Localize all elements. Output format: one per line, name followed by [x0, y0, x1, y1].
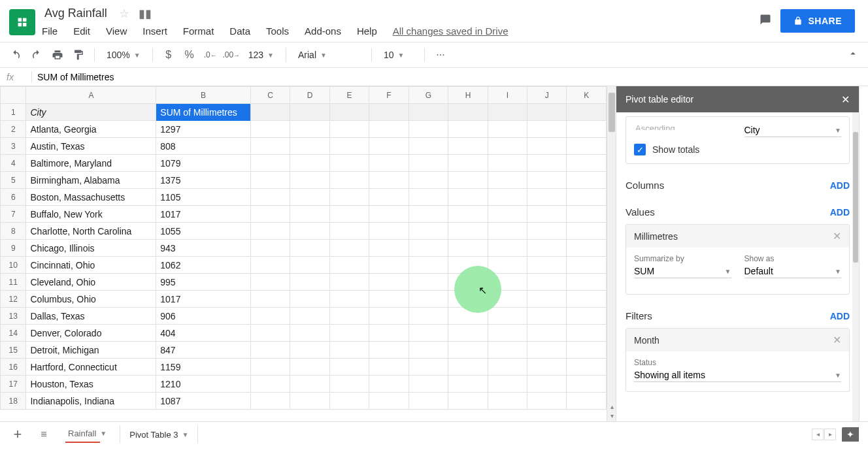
- cell[interactable]: [448, 274, 488, 291]
- scroll-down-icon[interactable]: ▾: [607, 412, 616, 421]
- cell[interactable]: [448, 223, 488, 240]
- cell[interactable]: [369, 138, 409, 155]
- cell[interactable]: [448, 104, 488, 121]
- cell[interactable]: [488, 325, 527, 342]
- cell[interactable]: 1017: [156, 291, 250, 308]
- summarize-select[interactable]: SUM▼: [634, 265, 731, 278]
- cell[interactable]: 1087: [156, 393, 250, 410]
- formula-input[interactable]: SUM of Millimetres: [37, 72, 114, 82]
- menu-tools[interactable]: Tools: [266, 25, 289, 37]
- cell[interactable]: [488, 104, 527, 121]
- row-header[interactable]: 16: [1, 359, 26, 376]
- col-header-E[interactable]: E: [329, 87, 369, 104]
- comments-icon[interactable]: [760, 12, 771, 29]
- cell[interactable]: [409, 291, 448, 308]
- cell[interactable]: Columbus, Ohio: [26, 291, 156, 308]
- cell[interactable]: [250, 104, 290, 121]
- cell[interactable]: [329, 138, 369, 155]
- cell[interactable]: [567, 325, 607, 342]
- cell[interactable]: [409, 325, 448, 342]
- cell[interactable]: [369, 240, 409, 257]
- menu-edit[interactable]: Edit: [73, 25, 90, 37]
- col-header-A[interactable]: A: [26, 87, 156, 104]
- star-icon[interactable]: ☆: [119, 7, 129, 21]
- cell[interactable]: [527, 325, 567, 342]
- tab-rainfall[interactable]: Rainfall▼: [59, 425, 116, 444]
- cell[interactable]: [250, 325, 290, 342]
- cell[interactable]: [567, 274, 607, 291]
- cell[interactable]: [409, 274, 448, 291]
- cell[interactable]: [250, 138, 290, 155]
- cell[interactable]: [527, 376, 567, 393]
- redo-button[interactable]: [27, 46, 46, 64]
- cell[interactable]: [329, 240, 369, 257]
- cell[interactable]: [369, 257, 409, 274]
- cell[interactable]: [409, 308, 448, 325]
- cell[interactable]: [448, 359, 488, 376]
- menu-data[interactable]: Data: [229, 25, 250, 37]
- cell[interactable]: [290, 257, 330, 274]
- row-header[interactable]: 13: [1, 308, 26, 325]
- cell[interactable]: [369, 172, 409, 189]
- cell[interactable]: [409, 206, 448, 223]
- close-icon[interactable]: ✕: [841, 93, 850, 106]
- increase-decimal-button[interactable]: .00→: [222, 46, 241, 64]
- cell[interactable]: [290, 342, 330, 359]
- cell[interactable]: [448, 155, 488, 172]
- cell[interactable]: Atlanta, Georgia: [26, 121, 156, 138]
- cell[interactable]: [488, 359, 527, 376]
- col-header-G[interactable]: G: [409, 87, 448, 104]
- cell[interactable]: Cleveland, Ohio: [26, 274, 156, 291]
- all-sheets-button[interactable]: ≡: [33, 425, 55, 444]
- col-header-J[interactable]: J: [527, 87, 567, 104]
- cell[interactable]: [290, 240, 330, 257]
- cell[interactable]: [409, 104, 448, 121]
- scroll-right-button[interactable]: ▸: [824, 429, 836, 440]
- cell[interactable]: [250, 274, 290, 291]
- menu-help[interactable]: Help: [357, 25, 377, 37]
- cell[interactable]: [409, 155, 448, 172]
- add-sheet-button[interactable]: +: [7, 425, 29, 444]
- cell[interactable]: Houston, Texas: [26, 376, 156, 393]
- cell[interactable]: [527, 359, 567, 376]
- cell[interactable]: [290, 155, 330, 172]
- cell[interactable]: [488, 206, 527, 223]
- cell[interactable]: [527, 121, 567, 138]
- cell[interactable]: [250, 342, 290, 359]
- cell[interactable]: [527, 172, 567, 189]
- cell[interactable]: [290, 274, 330, 291]
- cell[interactable]: [290, 325, 330, 342]
- cell[interactable]: [527, 291, 567, 308]
- cell[interactable]: 1105: [156, 189, 250, 206]
- cell[interactable]: [369, 223, 409, 240]
- cell[interactable]: [448, 257, 488, 274]
- cell[interactable]: [369, 308, 409, 325]
- cell[interactable]: [250, 359, 290, 376]
- row-header[interactable]: 4: [1, 155, 26, 172]
- cell[interactable]: [448, 240, 488, 257]
- cell[interactable]: 995: [156, 274, 250, 291]
- cell[interactable]: [409, 189, 448, 206]
- print-button[interactable]: [48, 46, 67, 64]
- menu-addons[interactable]: Add-ons: [305, 25, 341, 37]
- cell[interactable]: [448, 325, 488, 342]
- cell[interactable]: [329, 359, 369, 376]
- cell[interactable]: [488, 223, 527, 240]
- cell[interactable]: [329, 291, 369, 308]
- cell[interactable]: [409, 121, 448, 138]
- add-values-button[interactable]: ADD: [830, 207, 850, 218]
- row-header[interactable]: 11: [1, 274, 26, 291]
- cell[interactable]: [329, 206, 369, 223]
- col-header-B[interactable]: B: [156, 87, 250, 104]
- cell[interactable]: [290, 223, 330, 240]
- cell[interactable]: [527, 257, 567, 274]
- row-header[interactable]: 17: [1, 376, 26, 393]
- explore-button[interactable]: ✦: [842, 427, 859, 442]
- col-header-I[interactable]: I: [488, 87, 527, 104]
- cell[interactable]: [527, 240, 567, 257]
- cell[interactable]: [527, 206, 567, 223]
- zoom-select[interactable]: 100%▼: [101, 50, 146, 60]
- cell[interactable]: [290, 138, 330, 155]
- cell[interactable]: [527, 138, 567, 155]
- row-header[interactable]: 6: [1, 189, 26, 206]
